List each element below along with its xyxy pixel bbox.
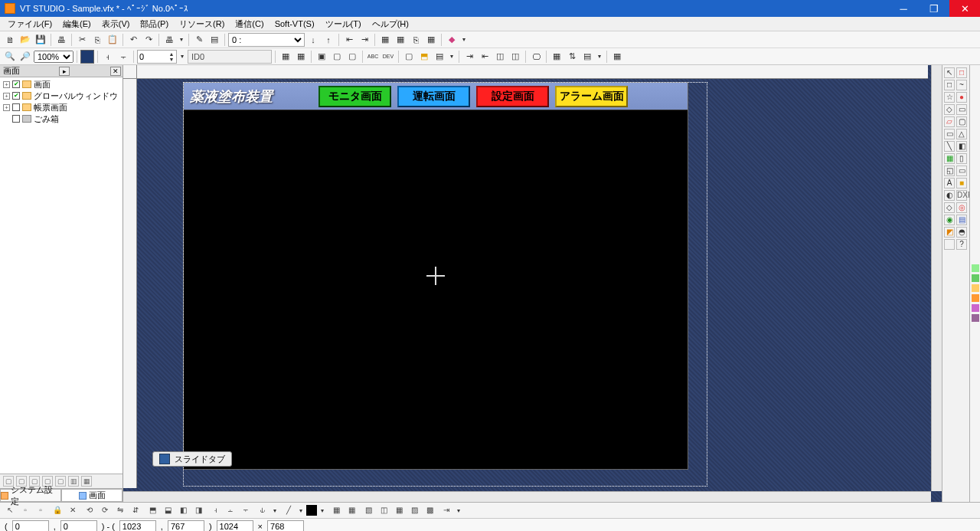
palette-button[interactable]: ◆ — [445, 33, 459, 47]
tree-node[interactable]: +帳票画面 — [2, 102, 121, 113]
tool-5[interactable]: ● — [956, 92, 967, 103]
screen-tree[interactable]: +✔画面+✔グローバルウィンドウ+帳票画面ごみ箱 — [0, 77, 122, 474]
tab-system-settings[interactable]: システム設定 — [0, 489, 61, 502]
x-input[interactable] — [12, 520, 49, 532]
tb2-16[interactable]: ▦ — [610, 50, 624, 64]
menu-ヘルプ(H)[interactable]: ヘルプ(H) — [368, 17, 413, 31]
tb2-6[interactable]: ▢ — [402, 50, 416, 64]
tool-6[interactable]: ◇ — [944, 104, 955, 115]
edit-mode-button[interactable]: ✎ — [192, 33, 206, 47]
tree-node[interactable]: +✔グローバルウィンドウ — [2, 90, 121, 101]
tool-4[interactable]: ☆ — [944, 92, 955, 103]
tb2-9[interactable]: ⇥ — [462, 50, 476, 64]
bt-pointer[interactable]: ↖ — [3, 503, 17, 517]
w-input[interactable] — [119, 520, 156, 532]
bt-g5[interactable]: ▦ — [392, 503, 406, 517]
tb2-3[interactable]: ▣ — [315, 50, 328, 64]
tool-17[interactable]: ▭ — [956, 166, 967, 176]
tool-29[interactable]: ? — [956, 239, 967, 250]
tb2-7[interactable]: ⬒ — [417, 50, 431, 64]
bt-bwd[interactable]: ◨ — [191, 503, 205, 517]
screen-no-spinner[interactable]: ▲▼ — [137, 50, 177, 64]
tool-22[interactable]: ◇ — [944, 202, 955, 213]
sb-7[interactable]: ▦ — [81, 476, 92, 487]
open-button[interactable]: 📂 — [18, 33, 32, 47]
page-up-button[interactable]: ↑ — [322, 33, 335, 47]
menu-表示(V)[interactable]: 表示(V) — [97, 17, 135, 31]
transfer2-button[interactable]: ▦ — [394, 33, 407, 47]
bt-a1[interactable]: ▫ — [18, 503, 32, 517]
bt-rot2[interactable]: ⟳ — [98, 503, 112, 517]
tool-26[interactable]: ◩ — [944, 227, 955, 238]
h-input[interactable] — [168, 520, 204, 532]
bt-align-r[interactable]: ⫟ — [239, 503, 253, 517]
bt-flip-v[interactable]: ⇵ — [129, 503, 142, 517]
checkbox[interactable]: ✔ — [12, 80, 20, 88]
sb-6[interactable]: ▥ — [68, 476, 79, 487]
paste-button[interactable]: 📋 — [106, 33, 119, 47]
tb2-monitor[interactable]: 🖵 — [529, 50, 543, 64]
tool-20[interactable]: ◐ — [944, 190, 955, 201]
sidebar-close-button[interactable]: ✕ — [110, 67, 121, 76]
menu-Soft-VT(S)[interactable]: Soft-VT(S) — [270, 18, 319, 30]
step-fwd-button[interactable]: ⇥ — [358, 33, 371, 47]
expand-icon[interactable]: + — [3, 93, 10, 100]
color-swatch[interactable] — [972, 284, 979, 292]
bt-g1[interactable]: ▦ — [329, 503, 343, 517]
checkbox[interactable] — [12, 115, 20, 123]
tool-21[interactable]: DXF — [956, 190, 967, 201]
tb2-11[interactable]: ◫ — [493, 50, 507, 64]
bt-g2[interactable]: ▦ — [345, 503, 358, 517]
tb2-10[interactable]: ⇤ — [478, 50, 492, 64]
print2-button[interactable]: 🖶 — [162, 33, 176, 47]
bt-fill[interactable] — [306, 505, 317, 516]
expand-icon[interactable]: + — [3, 104, 10, 111]
y-input[interactable] — [60, 520, 97, 532]
color-swatch[interactable] — [972, 264, 979, 272]
color-swatch[interactable] — [972, 274, 979, 282]
tb2-14[interactable]: ⇅ — [565, 50, 579, 64]
transfer3-button[interactable]: ⎘ — [409, 33, 423, 47]
align-h-button[interactable]: ⫞ — [101, 50, 115, 64]
bt-flip-h[interactable]: ⇋ — [113, 503, 127, 517]
tool-2[interactable]: □ — [944, 80, 955, 90]
tb2-13[interactable]: ▦ — [550, 50, 564, 64]
tree-node[interactable]: ごみ箱 — [2, 113, 121, 124]
transfer1-button[interactable]: ▦ — [378, 33, 392, 47]
tb2-dev[interactable]: DEV — [381, 50, 395, 64]
bt-front[interactable]: ⬒ — [145, 503, 159, 517]
tool-14[interactable]: ▦ — [944, 153, 955, 164]
tool-3[interactable]: ~ — [956, 80, 967, 90]
tb2-5[interactable]: ▢ — [345, 50, 359, 64]
canvas-h-scrollbar[interactable] — [123, 491, 931, 502]
hmi-nav-button[interactable]: 運転画面 — [397, 86, 470, 107]
redo-button[interactable]: ↷ — [142, 33, 155, 47]
tool-12[interactable]: ╲ — [944, 141, 955, 152]
bt-align-l[interactable]: ⫞ — [208, 503, 222, 517]
menu-ツール(T)[interactable]: ツール(T) — [321, 17, 366, 31]
cut-button[interactable]: ✂ — [75, 33, 89, 47]
tab-screen[interactable]: 画面 — [61, 489, 122, 502]
tool-16[interactable]: ◱ — [944, 166, 955, 176]
bt-lock[interactable]: 🔒 — [51, 503, 64, 517]
step-back-button[interactable]: ⇤ — [342, 33, 356, 47]
bt-back[interactable]: ⬓ — [161, 503, 175, 517]
maximize-button[interactable]: ❐ — [919, 0, 949, 17]
tool-19[interactable]: ■ — [956, 178, 967, 188]
screen-no-input[interactable] — [138, 52, 167, 61]
menu-通信(C)[interactable]: 通信(C) — [230, 17, 268, 31]
slide-tab-widget[interactable]: スライドタブ — [152, 451, 232, 467]
zoom-selector[interactable]: 100% — [34, 51, 74, 63]
bt-fwd[interactable]: ◧ — [176, 503, 190, 517]
tool-0[interactable]: ↖ — [944, 67, 955, 78]
tb2-8[interactable]: ▤ — [433, 50, 446, 64]
new-button[interactable]: 🗎 — [3, 33, 17, 47]
color-picker[interactable] — [80, 50, 94, 64]
tb2-1[interactable]: ▦ — [279, 50, 292, 64]
tool-15[interactable]: ▯ — [956, 153, 967, 164]
color-swatch[interactable] — [972, 314, 979, 322]
tool-28[interactable] — [944, 239, 955, 250]
tool-18[interactable]: A — [944, 178, 955, 188]
bt-line[interactable]: ╱ — [282, 503, 296, 517]
bt-g4[interactable]: ◫ — [377, 503, 390, 517]
